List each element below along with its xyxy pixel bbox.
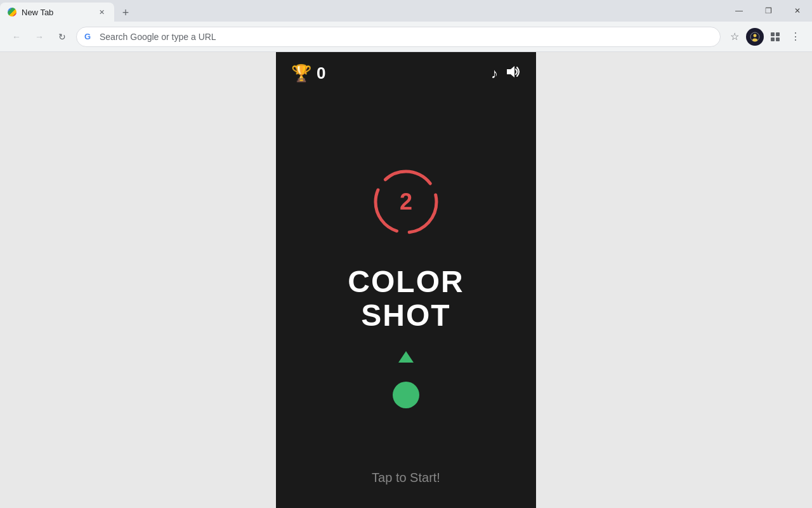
google-logo: G [84,32,95,42]
address-text: Search Google or type a URL [100,32,216,42]
profile-button[interactable] [746,28,764,46]
toolbar-icons: ☆ ⋮ [726,28,804,46]
tab-close-button[interactable]: ✕ [96,7,107,17]
game-main: 2 COLOR SHOT [276,83,536,508]
shoot-arrow [398,351,414,363]
score-area: 🏆 0 [291,64,325,83]
game-container[interactable]: 🏆 0 ♪ [276,52,536,508]
svg-point-1 [754,34,757,37]
trophy-icon: 🏆 [291,64,311,83]
address-bar: ← → ↻ G Search Google or type a URL ☆ [0,22,812,52]
browser-frame: New Tab ✕ + — ❐ ✕ ← → ↻ G Search Google … [0,0,812,508]
sound-icon[interactable] [506,65,521,82]
back-button[interactable]: ← [8,28,25,46]
title-bar: New Tab ✕ + — ❐ ✕ [0,0,812,22]
svg-rect-4 [776,32,780,36]
page-content: 🏆 0 ♪ [0,52,812,508]
svg-rect-5 [771,37,775,41]
tab-favicon [8,8,16,17]
tab-strip: New Tab ✕ + [0,0,134,22]
svg-point-2 [752,38,757,41]
svg-rect-3 [771,32,775,36]
new-tab-button[interactable]: + [117,4,134,22]
title-line1: COLOR [348,265,464,299]
score-value: 0 [317,64,325,83]
close-button[interactable]: ✕ [783,0,812,22]
omnibox[interactable]: G Search Google or type a URL [76,27,721,47]
extensions-button[interactable] [766,28,784,46]
ring-number: 2 [400,189,412,215]
bookmark-button[interactable]: ☆ [726,28,743,46]
active-tab[interactable]: New Tab ✕ [0,3,114,22]
menu-button[interactable]: ⋮ [787,28,804,46]
tab-title: New Tab [22,8,91,17]
game-hud: 🏆 0 ♪ [276,52,536,83]
svg-marker-7 [507,66,514,77]
music-icon[interactable]: ♪ [491,65,498,82]
forward-button[interactable]: → [30,28,48,46]
maximize-button[interactable]: ❐ [754,0,783,22]
minimize-button[interactable]: — [724,0,754,22]
tap-to-start-label[interactable]: Tap to Start! [372,471,440,485]
title-line2: SHOT [348,299,464,333]
window-controls: — ❐ ✕ [724,0,812,22]
svg-rect-6 [776,37,780,41]
game-ball [393,382,419,408]
reload-button[interactable]: ↻ [53,28,71,46]
game-title: COLOR SHOT [348,265,464,333]
audio-controls: ♪ [491,65,521,82]
spinning-ring-container: 2 [368,164,444,240]
